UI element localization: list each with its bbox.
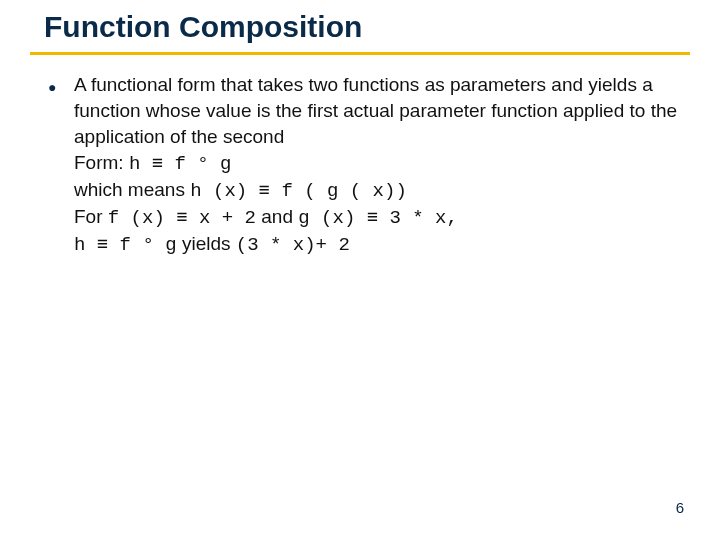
means-expression: h (x) ≡ f ( g ( x)) <box>190 180 407 202</box>
form-expression: h ≡ f ° g <box>129 153 232 175</box>
slide: Function Composition ● A functional form… <box>0 0 720 540</box>
slide-body: ● A functional form that takes two funct… <box>48 72 680 258</box>
result-expression: (3 * x)+ 2 <box>236 234 350 256</box>
item-text: A functional form that takes two functio… <box>74 72 680 258</box>
page-number: 6 <box>676 499 684 516</box>
and-word: and <box>256 206 298 227</box>
bullet-icon: ● <box>48 72 74 100</box>
list-item: ● A functional form that takes two funct… <box>48 72 680 258</box>
means-prefix: which means <box>74 179 190 200</box>
for-f-expression: f (x) ≡ x + 2 <box>108 207 256 229</box>
form-label: Form: <box>74 152 129 173</box>
h-def-expression: h ≡ f ° g <box>74 234 177 256</box>
slide-title: Function Composition <box>44 10 362 44</box>
intro-text: A functional form that takes two functio… <box>74 74 677 147</box>
yields-word: yields <box>177 233 236 254</box>
for-g-expression: g (x) ≡ 3 * x, <box>298 207 458 229</box>
for-prefix: For <box>74 206 108 227</box>
title-underline <box>30 52 690 55</box>
